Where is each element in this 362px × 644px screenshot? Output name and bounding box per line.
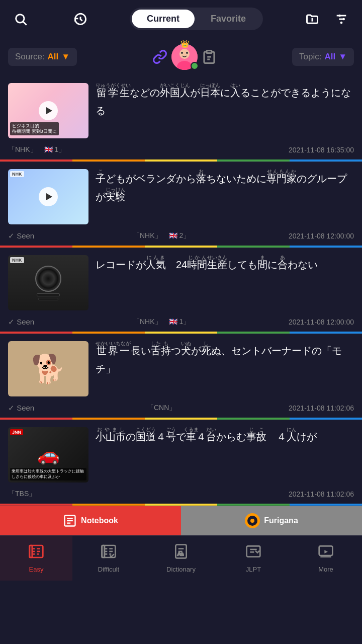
source-filter[interactable]: Source: All ▼: [8, 48, 77, 66]
news-source: 「NHK」 🇬🇧 2」: [133, 231, 190, 240]
filter-icon-button[interactable]: [331, 9, 352, 30]
news-meta: ✓ Seen 「NHK」 🇬🇧 2」 2021-11-08 12:00:00: [0, 231, 362, 246]
news-thumbnail: NHK: [8, 169, 88, 224]
header-right-icons: [302, 9, 352, 30]
news-meta: 「TBS」 2021-11-08 11:02:06: [0, 490, 362, 504]
svg-point-7: [342, 18, 345, 20]
news-source: 「NHK」 🇬🇧 1」: [8, 145, 65, 154]
news-meta: ✓ Seen 「CNN」 2021-11-08 11:02:06: [0, 404, 362, 418]
news-title: レコードが人気にんき 24時間じかん生産せいさんしても間まに合あわない: [96, 255, 354, 274]
news-item[interactable]: 🚗 乗用車は対向車線の大型トラックに接触しさらに後続の車に及ぶか JNN 小山市…: [0, 420, 362, 506]
nav-item-jlpt[interactable]: JLPT: [217, 536, 290, 581]
news-item[interactable]: ビジネス目的待機期間 素到3日間に 留学生りゅうがくせいなどの外国人がいこくじん…: [0, 76, 362, 162]
history-button[interactable]: [70, 9, 91, 30]
difficult-icon: [101, 543, 117, 563]
mode-tabs: Current Favorite: [130, 8, 263, 30]
news-meta: ✓ Seen 「NHK」 🇬🇧 1」 2021-11-08 12:00:00: [0, 317, 362, 332]
search-button[interactable]: [10, 9, 31, 30]
bottom-nav: Easy Difficult Aa: [0, 535, 362, 581]
nav-item-difficult[interactable]: Difficult: [72, 536, 145, 581]
news-thumbnail: 🐕: [8, 341, 88, 396]
nav-label-dictionary: Dictionary: [166, 566, 196, 573]
topic-filter[interactable]: Topic: All ▼: [292, 48, 354, 66]
news-title: 留学生りゅうがくせいなどの外国人がいこくじんが日本にっぽんに入はいることができる…: [96, 83, 354, 120]
news-thumbnail: ビジネス目的待機期間 素到3日間に: [8, 83, 88, 138]
avatar-online-badge: [191, 62, 199, 70]
progress-bar: [0, 159, 362, 162]
topic-label: Topic:: [299, 52, 321, 62]
nav-label-more: More: [318, 566, 333, 573]
nav-label-jlpt: JLPT: [246, 566, 261, 573]
tab-current[interactable]: Current: [132, 10, 195, 28]
nhk-overlay-text: ビジネス目的待機期間 素到3日間に: [10, 122, 59, 135]
seen-label: ✓ Seen: [8, 404, 34, 413]
news-timestamp: 2021-11-08 11:02:06: [289, 404, 354, 412]
news-title: 子こどもがベランダから落おちないために専門家せんもんかのグループが実験じっけん: [96, 169, 354, 206]
nav-item-dictionary[interactable]: Aa Dictionary: [145, 536, 217, 581]
svg-point-0: [16, 14, 24, 22]
filter-bar: Source: All ▼ 👑: [0, 38, 362, 76]
accident-overlay-text: 乗用車は対向車線の大型トラックに接触しさらに後続の車に及ぶか: [10, 468, 86, 480]
news-list: ビジネス目的待機期間 素到3日間に 留学生りゅうがくせいなどの外国人がいこくじん…: [0, 76, 362, 506]
topic-chevron-icon: ▼: [338, 52, 347, 62]
header: Current Favorite: [0, 0, 362, 38]
source-value: All: [48, 52, 59, 62]
furigana-label: Furigana: [264, 516, 298, 525]
seen-label: ✓ Seen: [8, 231, 34, 240]
news-timestamp: 2021-11-08 16:35:00: [289, 146, 354, 154]
news-source: 「TBS」: [8, 490, 36, 499]
progress-bar: [0, 504, 362, 506]
progress-bar: [0, 332, 362, 334]
svg-rect-14: [207, 51, 212, 53]
svg-text:Aa: Aa: [177, 551, 184, 556]
topic-value: All: [324, 52, 335, 62]
news-timestamp: 2021-11-08 11:02:06: [289, 490, 354, 498]
jlpt-icon: [245, 543, 261, 563]
news-item[interactable]: NHK 子こどもがベランダから落おちないために専門家せんもんかのグループが実験じ…: [0, 162, 362, 248]
notebook-button[interactable]: Notebook: [0, 506, 181, 535]
svg-point-10: [179, 49, 190, 59]
easy-icon: [28, 543, 44, 563]
news-item[interactable]: NHK レコードが人気にんき 24時間じかん生産せいさんしても間まに合あわない …: [0, 248, 362, 334]
nav-item-easy[interactable]: Easy: [0, 536, 72, 581]
news-item[interactable]: 🐕 世界一せかいいちなが長い舌した持もつ犬いぬが死しぬ、セントバーナードの「モチ…: [0, 334, 362, 420]
furigana-button[interactable]: Furigana: [181, 506, 362, 535]
svg-line-1: [23, 22, 26, 25]
nav-label-easy: Easy: [29, 566, 44, 573]
crown-icon: 👑: [180, 40, 189, 48]
svg-marker-45: [324, 550, 328, 553]
source-label: Source:: [15, 52, 45, 62]
svg-rect-36: [102, 545, 105, 557]
source-chevron-icon: ▼: [61, 52, 70, 62]
news-thumbnail: 🚗 乗用車は対向車線の大型トラックに接触しさらに後続の車に及ぶか JNN: [8, 427, 88, 482]
folder-icon-button[interactable]: [302, 9, 323, 30]
play-button[interactable]: [39, 101, 58, 120]
news-source: 「CNN」: [147, 404, 176, 413]
more-icon: [318, 543, 334, 563]
dictionary-icon: Aa: [173, 543, 189, 563]
svg-point-6: [338, 14, 341, 17]
news-thumbnail: NHK: [8, 255, 88, 310]
news-timestamp: 2021-11-08 12:00:00: [289, 318, 354, 326]
user-avatar[interactable]: 👑: [171, 44, 198, 70]
svg-point-13: [186, 52, 188, 54]
play-button[interactable]: [39, 187, 58, 206]
news-meta: 「NHK」 🇬🇧 1」 2021-11-08 16:35:00: [0, 145, 362, 159]
svg-rect-28: [30, 545, 32, 557]
seen-label: ✓ Seen: [8, 317, 34, 327]
clipboard-icon-button[interactable]: [201, 48, 218, 65]
tab-favorite[interactable]: Favorite: [196, 10, 261, 28]
bottom-tools: Notebook Furigana: [0, 506, 362, 535]
svg-point-8: [340, 21, 343, 24]
news-timestamp: 2021-11-08 12:00:00: [289, 232, 354, 240]
news-source: 「NHK」 🇬🇧 1」: [133, 317, 190, 327]
nav-item-more[interactable]: More: [290, 536, 362, 581]
news-title: 小山市おやましの国道こくどう４号ごうで車くるま４台だいからむ事故じこ ４人にんけ…: [96, 427, 354, 446]
filter-middle-icons: 👑: [82, 44, 287, 70]
link-icon-button[interactable]: [151, 48, 168, 65]
nav-label-difficult: Difficult: [98, 566, 119, 573]
svg-point-12: [181, 52, 183, 54]
notebook-label: Notebook: [81, 516, 118, 525]
news-title: 世界一せかいいちなが長い舌した持もつ犬いぬが死しぬ、セントバーナードの「モチ」: [96, 341, 354, 378]
progress-bar: [0, 246, 362, 248]
